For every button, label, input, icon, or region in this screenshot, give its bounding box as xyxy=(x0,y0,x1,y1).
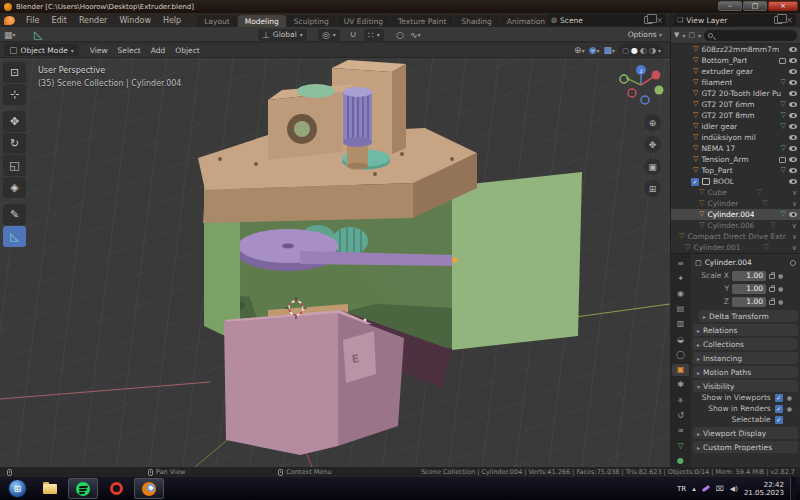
eye-icon[interactable] xyxy=(789,80,797,85)
eye-icon[interactable] xyxy=(789,91,797,96)
tab-world[interactable]: ◯ xyxy=(672,348,689,360)
outliner-item[interactable]: ▽idler gear▽ xyxy=(671,121,800,132)
eye-icon[interactable] xyxy=(789,58,797,63)
tab-object-data[interactable]: ▽ xyxy=(672,440,689,452)
outliner-item[interactable]: ▽Cylinder.006▽∨ xyxy=(671,220,800,231)
eye-icon[interactable] xyxy=(789,168,797,173)
menu-view[interactable]: View xyxy=(85,46,113,55)
section-custom-properties[interactable]: ▸Custom Properties xyxy=(693,441,798,453)
outliner-item[interactable]: ▽NEMA 17▽ xyxy=(671,143,800,154)
outliner-item[interactable]: ▽filament▽ xyxy=(671,77,800,88)
eye-icon[interactable] xyxy=(789,69,797,74)
pin-icon[interactable] xyxy=(790,260,796,266)
network-icon[interactable]: ⌧ xyxy=(716,485,724,493)
restrict-icon[interactable]: ∨ xyxy=(792,233,797,241)
eye-icon[interactable] xyxy=(789,179,797,184)
tab-view-layer[interactable]: ▥ xyxy=(672,318,689,330)
section-delta-transform[interactable]: ▸Delta Transform xyxy=(699,310,798,322)
outliner-item[interactable]: ▽indüksiyon mil xyxy=(671,132,800,143)
outliner-item[interactable]: ▽Cube▽∨ xyxy=(671,187,800,198)
tray-expand-icon[interactable]: ▴ xyxy=(692,485,696,493)
restrict-icon[interactable]: ∨ xyxy=(792,222,797,230)
collection-checkbox[interactable]: ✓ xyxy=(691,178,699,186)
lock-icon[interactable] xyxy=(769,274,775,279)
camera-view-icon[interactable]: ▣ xyxy=(644,158,661,175)
view-layer-selector[interactable]: ❏ View Layer × xyxy=(674,14,796,26)
section-viewport-display[interactable]: ▸Viewport Display xyxy=(693,427,798,439)
eye-icon[interactable] xyxy=(789,113,797,118)
language-indicator[interactable]: TR xyxy=(677,485,686,493)
shading-wireframe-button[interactable]: ○ xyxy=(622,46,629,55)
tab-constraints[interactable]: ∞ xyxy=(672,424,689,436)
tab-sculpting[interactable]: Sculpting xyxy=(287,15,336,27)
lock-icon[interactable] xyxy=(769,300,775,305)
section-relations[interactable]: ▸Relations xyxy=(693,324,798,336)
eye-icon[interactable] xyxy=(789,102,797,107)
menu-render[interactable]: Render xyxy=(73,16,113,25)
new-view-layer-icon[interactable] xyxy=(774,16,783,24)
maximize-button[interactable]: ▢ xyxy=(743,1,767,11)
outliner-item[interactable]: ▽GT2 20-Tooth Idler Pu xyxy=(671,88,800,99)
start-button[interactable]: ⊞ xyxy=(8,479,27,498)
eye-icon[interactable] xyxy=(789,146,797,151)
menu-edit[interactable]: Edit xyxy=(45,16,73,25)
taskbar-clock[interactable]: 22:42 21.05.2023 xyxy=(744,481,784,497)
remove-view-layer-icon[interactable]: × xyxy=(786,16,793,25)
navigation-gizmo[interactable]: z xyxy=(618,62,664,108)
taskbar-blender-button[interactable] xyxy=(134,478,164,499)
proportional-falloff-dropdown[interactable]: ∿ ▾ xyxy=(410,28,421,41)
taskbar-explorer-button[interactable] xyxy=(35,478,65,499)
tab-layout[interactable]: Layout xyxy=(197,15,237,27)
eye-icon[interactable] xyxy=(789,47,797,52)
section-collections[interactable]: ▸Collections xyxy=(693,338,798,350)
snap-settings-dropdown[interactable]: ∷▾ xyxy=(364,28,384,41)
show-desktop-button[interactable] xyxy=(790,477,796,500)
tool-cursor[interactable]: ⊹ xyxy=(3,84,26,105)
editor-type-properties[interactable]: ≡ xyxy=(672,257,689,269)
tab-uv-editing[interactable]: UV Editing xyxy=(337,15,390,27)
shading-rendered-button[interactable]: ◑ xyxy=(649,46,656,55)
tab-modifiers[interactable]: ✱ xyxy=(672,379,689,391)
scale-y-field[interactable]: 1.00 xyxy=(732,284,766,294)
eye-icon[interactable] xyxy=(789,124,797,129)
checkbox[interactable]: ✓ xyxy=(775,394,783,402)
3d-viewport[interactable]: E xyxy=(0,58,670,467)
menu-add[interactable]: Add xyxy=(146,46,171,55)
outliner-item[interactable]: ▽Compact Direct Drive Extr∨ xyxy=(671,231,800,242)
blender-logo-icon[interactable] xyxy=(4,16,15,25)
menu-file[interactable]: File xyxy=(20,16,45,25)
options-dropdown[interactable]: Options ▾ xyxy=(628,28,662,41)
unlink-scene-icon[interactable]: × xyxy=(656,16,663,25)
outliner-item[interactable]: ▽Top_Part▽ xyxy=(671,165,800,176)
tab-physics[interactable]: ↺ xyxy=(672,409,689,421)
outliner-item[interactable]: ▽608zz22mm8mm7m xyxy=(671,44,800,55)
tab-object[interactable]: ▣ xyxy=(672,364,689,376)
checkbox[interactable]: ✓ xyxy=(775,405,783,413)
tool-scale[interactable]: ◱ xyxy=(3,155,26,176)
outliner-item[interactable]: ▽extruder gear xyxy=(671,66,800,77)
tab-render[interactable]: ◉ xyxy=(672,287,689,299)
tab-scene[interactable]: ◒ xyxy=(672,333,689,345)
menu-help[interactable]: Help xyxy=(157,16,187,25)
tab-tool[interactable]: ✦ xyxy=(672,272,689,284)
restrict-icon[interactable]: ∨ xyxy=(792,200,797,208)
eye-icon[interactable] xyxy=(789,135,797,140)
taskbar-spotify-button[interactable] xyxy=(68,478,98,499)
tab-material[interactable]: ● xyxy=(672,455,689,467)
tool-measure[interactable]: ◺ xyxy=(3,226,26,247)
transform-orientation-dropdown[interactable]: ⊥ Global ▾ xyxy=(258,28,307,41)
scale-x-field[interactable]: 1.00 xyxy=(732,271,766,281)
minimize-button[interactable]: – xyxy=(718,1,742,11)
outliner-item[interactable]: ▽Cylinder▽∨ xyxy=(671,198,800,209)
filter-icon[interactable]: ▼ xyxy=(674,31,679,39)
eye-icon[interactable] xyxy=(789,157,797,162)
section-motion-paths[interactable]: ▸Motion Paths xyxy=(693,366,798,378)
taskbar-opera-button[interactable] xyxy=(101,478,131,499)
scene-selector[interactable]: ◍ Scene × xyxy=(548,14,666,26)
display-mode-icon[interactable]: ▢ xyxy=(688,31,695,39)
mode-dropdown[interactable]: ▢ Object Mode ▾ xyxy=(4,44,79,56)
shading-solid-button[interactable]: ● xyxy=(631,46,638,55)
overlays-dropdown[interactable]: ◉▾ xyxy=(589,45,600,55)
snap-toggle[interactable]: ∩ xyxy=(350,28,357,41)
close-button[interactable]: × xyxy=(768,1,798,11)
